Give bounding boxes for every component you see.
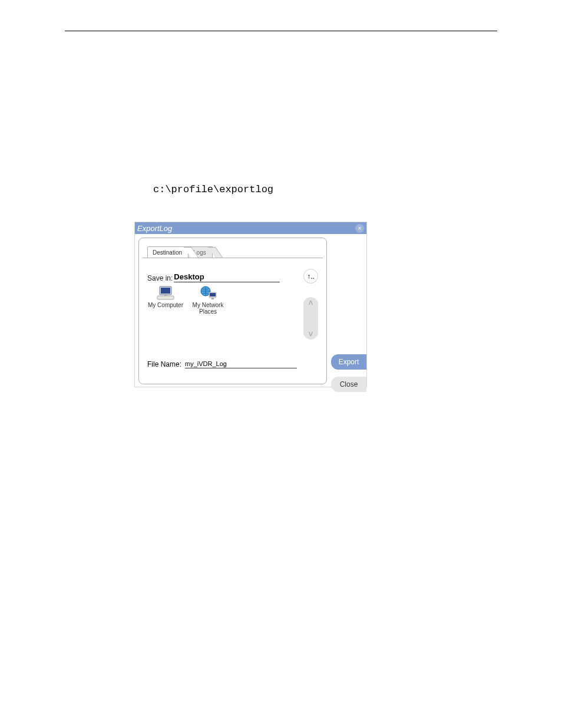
dialog-buttons: Export Close: [331, 354, 366, 399]
file-name-label: File Name:: [147, 360, 181, 368]
computer-icon: [156, 284, 175, 301]
tab-destination[interactable]: Destination: [147, 246, 189, 258]
file-browser-panel: Destination Logs Save in: Desktop ↑..: [138, 238, 327, 384]
export-button[interactable]: Export: [331, 354, 366, 370]
scroll-control: ᐱ ᐯ: [303, 297, 318, 340]
file-name-row: File Name: my_iVDR_Log: [147, 360, 297, 368]
my-network-places-label: My Network Places: [190, 302, 226, 315]
my-computer-item[interactable]: My Computer: [147, 284, 184, 315]
svg-rect-1: [161, 288, 170, 294]
path-text: c:\profile\exportlog: [153, 184, 273, 195]
svg-rect-7: [211, 298, 214, 299]
dialog-title: ExportLog: [137, 224, 172, 233]
save-in-label: Save in:: [147, 274, 173, 282]
up-arrow-icon: ↑..: [307, 272, 315, 281]
network-icon: [199, 284, 217, 301]
dialog-body: Destination Logs Save in: Desktop ↑..: [135, 234, 366, 387]
scroll-down-button[interactable]: ᐯ: [303, 331, 318, 337]
titlebar: ExportLog ×: [135, 222, 366, 234]
my-computer-label: My Computer: [147, 302, 184, 308]
tab-divider: [143, 258, 323, 258]
export-log-dialog: ExportLog × Destination Logs Save in: De…: [134, 222, 367, 387]
tab-strip: Destination Logs: [147, 246, 212, 258]
svg-rect-3: [164, 295, 167, 296]
close-icon[interactable]: ×: [355, 224, 364, 233]
up-folder-button[interactable]: ↑..: [303, 269, 318, 284]
save-in-row: Save in: Desktop: [147, 272, 315, 282]
scroll-up-button[interactable]: ᐱ: [303, 299, 318, 306]
svg-rect-6: [210, 293, 216, 297]
svg-rect-2: [157, 296, 174, 299]
horizontal-rule: [65, 31, 497, 31]
close-button[interactable]: Close: [331, 377, 366, 392]
folder-icons-area: My Computer My Network Places: [147, 284, 226, 315]
my-network-places-item[interactable]: My Network Places: [190, 284, 226, 315]
file-name-input[interactable]: my_iVDR_Log: [185, 360, 297, 368]
save-in-input[interactable]: Desktop: [174, 272, 280, 282]
